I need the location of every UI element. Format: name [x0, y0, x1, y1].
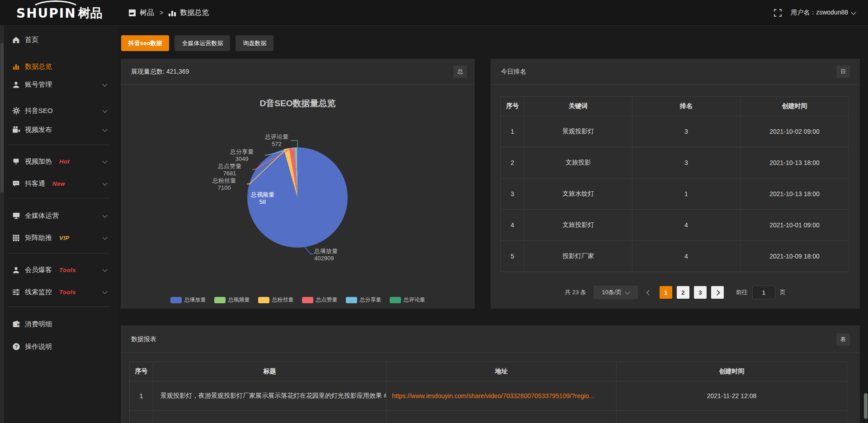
sidebar-item-消费明细[interactable]: 消费明细: [0, 315, 118, 333]
table-cell: 3: [632, 147, 741, 179]
promo-board-icon: [12, 157, 20, 166]
sidebar-badge-Tools: Tools: [59, 267, 76, 273]
page-number-buttons: 123: [657, 286, 709, 299]
user-menu[interactable]: 用户名：zswodun88: [791, 9, 855, 17]
main-content: 抖音seo数据 全媒体运营数据 询盘数据 展现量总数: 421,369 总 D音…: [118, 25, 868, 423]
sidebar-divider: [8, 145, 109, 145]
chevron-down-icon: [102, 267, 107, 272]
pie-label-play: 总播放量 402909: [314, 248, 373, 262]
total-badge-button[interactable]: 总: [453, 66, 467, 78]
sidebar-item-矩阵助推[interactable]: 矩阵助推VIP: [0, 229, 118, 247]
table-row: 4文旅投影灯42021-10-01 09:00: [501, 210, 849, 241]
tab-douyin-seo[interactable]: 抖音seo数据: [121, 35, 169, 51]
sidebar-item-label: 抖音SEO: [25, 107, 53, 115]
sidebar-item-抖音SEO[interactable]: 抖音SEO: [0, 102, 118, 120]
table-cell: 投影灯厂家: [524, 241, 632, 272]
sidebar-item-视频加热[interactable]: 视频加热Hot: [0, 152, 118, 170]
sidebar-item-全媒体运营[interactable]: 全媒体运营: [0, 207, 118, 225]
sidebar-badge-Tools: Tools: [59, 289, 76, 296]
legend-item-总分享量[interactable]: 总分享量: [346, 296, 382, 304]
table-cell: [130, 411, 153, 423]
app-root: SHUPIN 树品 树品 > 数据总览 用户名：zswodun88 首页数据总览…: [0, 0, 868, 423]
table-cell: 4: [501, 210, 524, 241]
sidebar-item-label: 消费明细: [25, 320, 52, 329]
ranking-panel: 今日排名 日 序号关键词排名创建时间 1景观投影灯32021-10-02 09:…: [491, 59, 860, 309]
page-scrollbar-thumb[interactable]: [864, 393, 868, 419]
day-badge-button[interactable]: 日: [836, 66, 850, 78]
breadcrumb-root[interactable]: 树品: [140, 8, 154, 18]
chevron-down-icon: [102, 212, 107, 217]
table-row-partial: [130, 411, 847, 423]
sidebar-divider: [8, 198, 109, 198]
breadcrumb: 树品 > 数据总览: [129, 0, 209, 25]
app-logo: SHUPIN 树品: [16, 4, 103, 22]
sidebar-item-label: 数据总览: [25, 62, 52, 71]
sidebar-item-抖客通[interactable]: 抖客通New: [0, 174, 118, 193]
sidebar-item-线索监控[interactable]: 线索监控Tools: [0, 283, 118, 301]
legend-item-总播放量[interactable]: 总播放量: [170, 296, 206, 304]
grid-icon: [12, 234, 20, 242]
page-size-select[interactable]: 10条/页: [594, 286, 638, 299]
table-row: 1景观投影灯，夜游景观投影灯厂家展示展示落花灯在花园里的灯光投影应用效果 #ht…: [130, 381, 847, 411]
pie-label-value: 402909: [314, 255, 373, 262]
table-cell: 2021-10-13 18:00: [741, 179, 849, 210]
legend-label: 总点赞量: [316, 296, 338, 304]
legend-item-总视频量[interactable]: 总视频量: [214, 296, 250, 304]
topbar: SHUPIN 树品 树品 > 数据总览 用户名：zswodun88: [0, 0, 868, 26]
sidebar-item-label: 账号管理: [25, 80, 52, 89]
logo-arc: [31, 0, 80, 19]
legend-item-总评论量[interactable]: 总评论量: [390, 296, 425, 304]
report-panel-header: 数据报表 表: [121, 325, 860, 353]
user-icon: [12, 80, 20, 89]
legend-swatch: [390, 297, 401, 303]
tab-media-ops[interactable]: 全媒体运营数据: [175, 35, 230, 51]
table-row: 3文旅水纹灯12021-10-13 18:00: [501, 179, 849, 210]
pie-label-value: 3049: [219, 155, 264, 163]
sidebar-item-label: 视频加热: [25, 157, 52, 166]
page-button-2[interactable]: 2: [677, 286, 689, 299]
chevron-down-icon: [102, 235, 107, 240]
sidebar-item-会员爆客[interactable]: 会员爆客Tools: [0, 261, 118, 279]
table-cell: 4: [632, 241, 741, 272]
table-cell: 文旅水纹灯: [524, 179, 632, 210]
table-cell: 景观投影灯: [524, 116, 632, 147]
legend-item-总点赞量[interactable]: 总点赞量: [302, 296, 338, 304]
table-cell: 3: [501, 179, 524, 210]
table-cell: 1: [130, 381, 153, 411]
sidebar-item-数据总览[interactable]: 数据总览: [0, 57, 118, 75]
ranking-panel-title: 今日排名: [501, 59, 526, 85]
prev-page-button[interactable]: [647, 291, 651, 295]
legend-swatch: [346, 297, 357, 303]
next-page-button[interactable]: [711, 286, 724, 299]
wallet-icon: [12, 320, 20, 329]
page-button-3[interactable]: 3: [694, 286, 707, 299]
legend-label: 总评论量: [404, 296, 425, 304]
sidebar-item-首页[interactable]: 首页: [0, 31, 118, 49]
sidebar-divider: [8, 253, 109, 254]
chat-bubble-icon: [12, 179, 20, 188]
page-button-1[interactable]: 1: [660, 286, 672, 299]
report-url-link[interactable]: https://www.iesdouyin.com/share/video/70…: [387, 381, 617, 411]
goto-page-input[interactable]: [752, 286, 775, 299]
breadcrumb-separator: >: [160, 9, 163, 16]
table-cell: 2: [501, 147, 524, 179]
sidebar-item-操作说明[interactable]: ?操作说明: [0, 338, 118, 356]
fullscreen-icon[interactable]: [774, 9, 782, 17]
sidebar-item-视频发布[interactable]: 视频发布: [0, 121, 118, 139]
table-cell: 1: [632, 179, 741, 210]
report-title-cell: 景观投影灯，夜游景观投影灯厂家展示展示落花灯在花园里的灯光投影应用效果 #: [153, 381, 387, 411]
table-cell: 2021-10-02 09:00: [741, 116, 849, 147]
pie-label-name: 总评论量: [254, 133, 299, 141]
column-header: 标题: [153, 362, 387, 381]
table-row: 1景观投影灯32021-10-02 09:00: [501, 116, 849, 147]
table-badge-button[interactable]: 表: [836, 334, 850, 346]
legend-swatch: [258, 297, 269, 303]
tab-inquiry[interactable]: 询盘数据: [236, 35, 274, 51]
pie-label-share: 总分享量 3049: [219, 148, 264, 163]
chevron-down-icon: [851, 9, 856, 14]
pie-label-name: 总视频量: [240, 191, 285, 198]
pie-label-like: 总点赞量 7681: [207, 163, 252, 177]
legend-item-总粉丝量[interactable]: 总粉丝量: [258, 296, 294, 304]
leader-line-play: [304, 246, 313, 254]
sidebar-item-账号管理[interactable]: 账号管理: [0, 75, 118, 94]
